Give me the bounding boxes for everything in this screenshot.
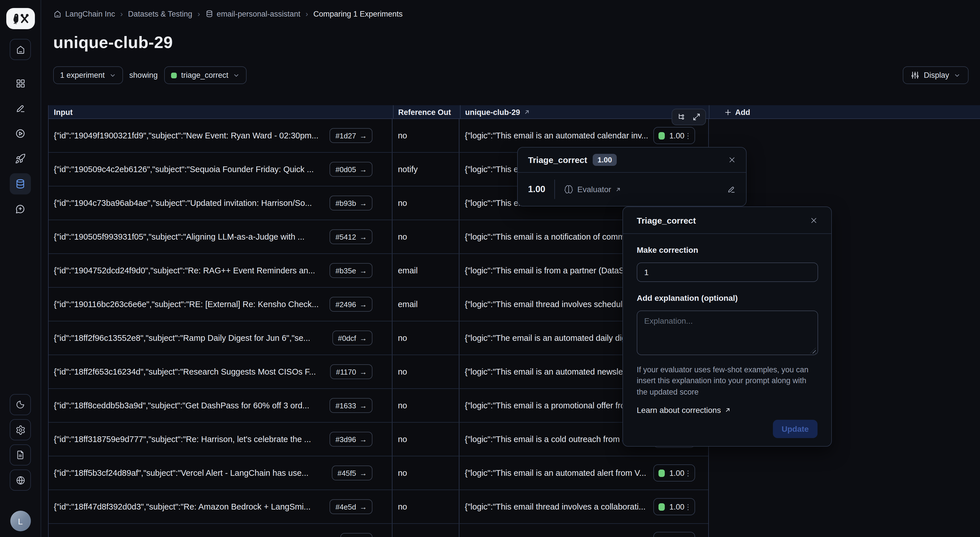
close-button[interactable] <box>728 156 736 164</box>
example-id-badge[interactable]: #3d96 → <box>330 432 373 446</box>
reference-output-cell: no <box>393 119 460 152</box>
main-content: LangChain Inc › Datasets & Testing › ema… <box>41 0 980 537</box>
table-row[interactable]: {"id":"1904752dcd24f9d0","subject":"Re: … <box>49 254 708 288</box>
breadcrumb-section[interactable]: Datasets & Testing <box>128 10 192 18</box>
example-id-badge[interactable]: #0dcf → <box>332 330 373 345</box>
sidebar-item-deployments[interactable] <box>10 148 31 169</box>
trace-tree-icon <box>677 113 686 121</box>
feedback-score-pill[interactable]: 1.00 ⋮ <box>653 498 695 515</box>
explanation-textarea[interactable] <box>637 311 818 355</box>
breadcrumb-separator: › <box>305 9 308 18</box>
add-experiment-button[interactable]: Add <box>724 105 750 119</box>
example-id-badge[interactable]: → <box>341 533 373 537</box>
edit-score-button[interactable] <box>727 185 736 194</box>
reference-output-value: no <box>398 334 407 343</box>
reference-output-cell: no <box>393 389 460 422</box>
kebab-menu-icon[interactable]: ⋮ <box>684 502 692 511</box>
gear-icon <box>15 425 25 435</box>
sidebar: L <box>0 0 41 537</box>
example-id-badge[interactable]: #45f5 → <box>332 466 373 480</box>
score-value: 1.00 <box>669 469 684 477</box>
sidebar-item-home[interactable] <box>10 39 31 60</box>
display-dropdown[interactable]: Display <box>902 66 969 84</box>
kebab-menu-icon[interactable]: ⋮ <box>684 469 692 477</box>
score-popover-header: Triage_correct 1.00 <box>518 148 746 173</box>
close-icon <box>810 216 818 224</box>
row-output-json: {"logic":"This email is a promotional of… <box>465 401 649 410</box>
plus-icon <box>724 108 732 116</box>
settings-button[interactable] <box>10 419 31 440</box>
expand-icon <box>692 113 700 121</box>
sidebar-item-datasets[interactable] <box>10 173 31 194</box>
table-row[interactable]: {"id":"190116bc263c6e6e","subject":"RE: … <box>49 288 708 321</box>
feedback-score-pill[interactable]: 1.00 ⋮ <box>653 464 695 481</box>
sidebar-item-projects[interactable] <box>10 73 31 94</box>
table-row[interactable]: {"id":"18ff47d8f392d0d3","subject":"Re: … <box>49 490 708 524</box>
home-icon <box>53 10 62 18</box>
update-button[interactable]: Update <box>773 420 818 438</box>
langsmith-app: L LangChain Inc › Datasets & Testing › <box>0 0 980 537</box>
example-id-badge[interactable]: #1633 → <box>330 398 373 413</box>
learn-about-corrections-link[interactable]: Learn about corrections <box>637 406 818 415</box>
column-header-input[interactable]: Input <box>54 105 73 119</box>
example-id-badge[interactable]: #b93b → <box>330 195 373 210</box>
home-icon <box>15 44 25 55</box>
view-trace-button[interactable] <box>677 113 686 121</box>
table-row[interactable]: {"id":"18ff5b3cf24d89af","subject":"Verc… <box>49 456 708 490</box>
table-row[interactable]: {"id":"18ff2f653c16234d","subject":"Rese… <box>49 355 708 389</box>
feedback-score-pill[interactable]: 1.00 ⋮ <box>653 127 695 144</box>
table-row[interactable]: → ⋮ <box>49 524 708 537</box>
language-button[interactable] <box>10 470 31 491</box>
example-id-badge[interactable]: #1d27 → <box>330 128 373 143</box>
example-id-badge[interactable]: #5412 → <box>330 229 373 244</box>
example-id-badge[interactable]: #1170 → <box>330 364 373 379</box>
docs-button[interactable] <box>10 444 31 466</box>
arrow-right-icon: → <box>360 435 367 443</box>
reference-output-cell: email <box>393 254 460 287</box>
input-cell: {"id":"1904c73ba96ab4ae","subject":"Upda… <box>49 186 393 219</box>
example-id-label: #0d05 <box>336 165 356 173</box>
column-header-experiment[interactable]: unique-club-29 <box>465 105 530 119</box>
experiments-dropdown[interactable]: 1 experiment <box>53 66 123 84</box>
input-cell: → <box>49 524 393 537</box>
column-header-reference-output[interactable]: Reference Out <box>398 105 451 119</box>
row-input-json: {"id":"18ff5b3cf24d89af","subject":"Verc… <box>54 469 327 478</box>
kebab-menu-icon[interactable]: ⋮ <box>684 131 692 140</box>
external-link-arrow-icon[interactable] <box>523 109 530 116</box>
page-title: unique-club-29 <box>53 33 173 52</box>
reference-output-cell: no <box>393 355 460 388</box>
table-row[interactable]: {"id":"18ff2f96c13552e8","subject":"Ramp… <box>49 321 708 355</box>
sidebar-item-playground[interactable] <box>10 123 31 144</box>
row-input-json: {"id":"190505f993931f05","subject":"Alig… <box>54 232 325 241</box>
close-icon <box>728 156 736 164</box>
breadcrumb-org[interactable]: LangChain Inc <box>53 10 115 18</box>
feedback-filter-dropdown[interactable]: triage_correct <box>164 66 247 84</box>
globe-icon <box>15 475 25 485</box>
row-input-json: {"id":"1904752dcd24f9d0","subject":"Re: … <box>54 266 325 275</box>
theme-toggle[interactable] <box>10 394 31 415</box>
example-id-badge[interactable]: #0d05 → <box>330 162 373 177</box>
table-row[interactable]: {"id":"18ff318759e9d777","subject":"Re: … <box>49 423 708 456</box>
expand-cell-button[interactable] <box>692 113 700 121</box>
row-input-json: {"id":"1904c73ba96ab4ae","subject":"Upda… <box>54 199 325 208</box>
breadcrumb-dataset[interactable]: email-personal-assistant <box>205 10 300 18</box>
evaluator-link[interactable]: Evaluator <box>564 185 621 194</box>
reference-output-cell: no <box>393 220 460 253</box>
feedback-filter-label: triage_correct <box>181 71 228 79</box>
showing-label: showing <box>129 71 158 79</box>
chat-plus-icon <box>15 203 26 214</box>
sidebar-item-annotation[interactable] <box>10 98 31 119</box>
example-id-badge[interactable]: #b35e → <box>330 263 373 278</box>
table-row[interactable]: {"id":"18ff8ceddb5b3a9d","subject":"Get … <box>49 389 708 423</box>
row-input-json: {"id":"18ff2f96c13552e8","subject":"Ramp… <box>54 334 328 343</box>
correction-value-input[interactable] <box>637 262 818 282</box>
user-avatar[interactable]: L <box>10 511 30 531</box>
feedback-score-pill[interactable]: ⋮ <box>653 532 695 537</box>
example-id-badge[interactable]: #2496 → <box>330 297 373 312</box>
example-id-badge[interactable]: #4e5d → <box>330 499 373 514</box>
input-cell: {"id":"18ff318759e9d777","subject":"Re: … <box>49 423 393 456</box>
sidebar-item-feedback[interactable] <box>10 199 31 219</box>
langsmith-logo[interactable] <box>6 8 35 29</box>
table-row[interactable]: {"id":"190505f993931f05","subject":"Alig… <box>49 220 708 254</box>
close-button[interactable] <box>810 216 818 224</box>
